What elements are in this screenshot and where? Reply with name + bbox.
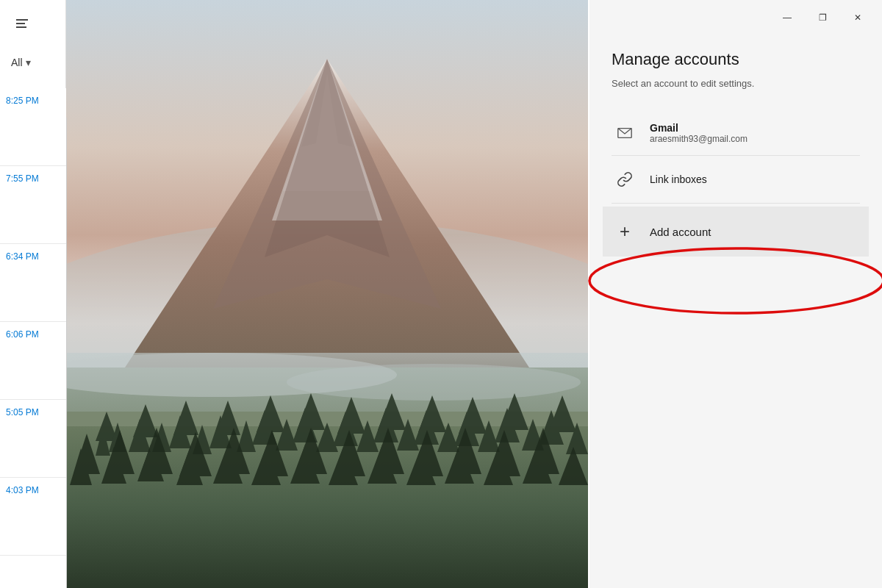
filter-dropdown[interactable]: All ▾ xyxy=(0,49,42,76)
time-text: 7:55 PM xyxy=(6,173,39,184)
list-item: 6:06 PM xyxy=(0,322,66,400)
maximize-button[interactable]: ❐ xyxy=(806,6,839,29)
divider xyxy=(66,118,67,588)
account-name: Gmail xyxy=(650,122,747,134)
menu-icon[interactable] xyxy=(0,9,44,42)
plus-icon: + xyxy=(612,218,638,245)
list-item: 4:03 PM xyxy=(0,478,66,556)
link-chain-icon xyxy=(612,166,638,193)
app-window: All ▾ 8:25 PM 7:55 PM 6:34 PM 6:06 PM 5:… xyxy=(0,0,882,588)
add-account-label: Add account xyxy=(650,226,711,238)
gmail-account-item[interactable]: Gmail araesmith93@gmail.com xyxy=(612,111,860,156)
list-item: 5:05 PM xyxy=(0,400,66,478)
panel-title: Manage accounts xyxy=(612,50,860,69)
chevron-down-icon: ▾ xyxy=(26,57,31,68)
add-account-button[interactable]: + Add account xyxy=(603,207,869,257)
main-content-area xyxy=(66,0,588,588)
panel-subtitle: Select an account to edit settings. xyxy=(612,78,860,89)
time-text: 5:05 PM xyxy=(6,407,39,417)
account-email: araesmith93@gmail.com xyxy=(650,134,747,144)
close-button[interactable]: ✕ xyxy=(841,6,875,29)
panel-content: Manage accounts Select an account to edi… xyxy=(589,35,882,588)
envelope-icon xyxy=(612,120,638,146)
time-text: 6:06 PM xyxy=(6,329,39,340)
link-inboxes-label: Link inboxes xyxy=(650,173,707,185)
account-info: Gmail araesmith93@gmail.com xyxy=(650,122,747,144)
title-bar: — ❐ ✕ xyxy=(589,0,882,35)
list-item: 7:55 PM xyxy=(0,166,66,244)
time-text: 8:25 PM xyxy=(6,96,39,106)
minimize-button[interactable]: — xyxy=(770,6,804,29)
time-list: 8:25 PM 7:55 PM 6:34 PM 6:06 PM 5:05 PM … xyxy=(0,88,66,588)
manage-accounts-panel: — ❐ ✕ Manage accounts Select an account … xyxy=(589,0,882,588)
filter-label: All xyxy=(11,57,23,68)
time-text: 4:03 PM xyxy=(6,485,39,495)
list-item: 8:25 PM xyxy=(0,88,66,166)
link-inboxes-item[interactable]: Link inboxes xyxy=(612,156,860,204)
svg-point-14 xyxy=(287,364,581,401)
list-item: 6:34 PM xyxy=(0,244,66,322)
time-text: 6:34 PM xyxy=(6,251,39,262)
